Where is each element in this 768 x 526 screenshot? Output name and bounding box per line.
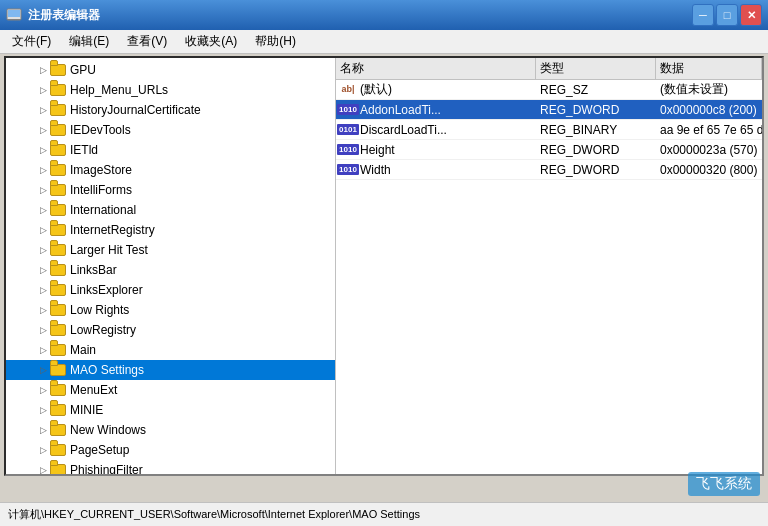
reg-type-icon: ab| [340,83,356,97]
expand-arrow-icon[interactable]: ▷ [38,145,48,155]
tree-item-label: International [70,203,136,217]
tree-item[interactable]: ▷LowRegistry [6,320,335,340]
tree-item[interactable]: ▷PageSetup [6,440,335,460]
tree-item-label: MAO Settings [70,363,144,377]
table-row[interactable]: ab|(默认)REG_SZ(数值未设置) [336,80,762,100]
tree-item-label: Low Rights [70,303,129,317]
menu-view[interactable]: 查看(V) [119,31,175,52]
cell-data: 0x00000320 (800) [656,160,762,179]
table-row[interactable]: 1010AddonLoadTi...REG_DWORD0x000000c8 (2… [336,100,762,120]
expand-arrow-icon[interactable]: ▷ [38,285,48,295]
tree-item-label: LinksExplorer [70,283,143,297]
expand-arrow-icon[interactable]: ▷ [38,205,48,215]
tree-item[interactable]: ▷MINIE [6,400,335,420]
maximize-button[interactable]: □ [716,4,738,26]
tree-item[interactable]: ▷InternetRegistry [6,220,335,240]
table-row[interactable]: 0101DiscardLoadTi...REG_BINARYaa 9e ef 6… [336,120,762,140]
reg-type-icon: 0101 [340,123,356,137]
folder-icon [50,143,66,157]
tree-item[interactable]: ▷New Windows [6,420,335,440]
folder-icon [50,263,66,277]
folder-icon [50,463,66,474]
expand-arrow-icon[interactable]: ▷ [38,265,48,275]
expand-arrow-icon[interactable]: ▷ [38,385,48,395]
tree-item-label: MenuExt [70,383,117,397]
tree-item[interactable]: ▷Larger Hit Test [6,240,335,260]
reg-type-icon: 1010 [340,103,356,117]
tree-item[interactable]: ▷PhishingFilter [6,460,335,474]
expand-arrow-icon[interactable]: ▷ [38,345,48,355]
status-text: 计算机\HKEY_CURRENT_USER\Software\Microsoft… [8,507,420,522]
expand-arrow-icon[interactable]: ▷ [38,305,48,315]
expand-arrow-icon[interactable]: ▷ [38,465,48,474]
cell-name-label: (默认) [360,81,392,98]
cell-name-label: Width [360,163,391,177]
tree-item[interactable]: ▷LinksExplorer [6,280,335,300]
cell-data: 0x000000c8 (200) [656,100,762,119]
tree-item-label: InternetRegistry [70,223,155,237]
tree-item[interactable]: ▷Low Rights [6,300,335,320]
expand-arrow-icon[interactable]: ▷ [38,225,48,235]
cell-type: REG_SZ [536,80,656,99]
folder-icon [50,83,66,97]
tree-item-label: HistoryJournalCertificate [70,103,201,117]
folder-icon [50,423,66,437]
menu-help[interactable]: 帮助(H) [247,31,304,52]
cell-name: 1010Width [336,160,536,179]
tree-scroll[interactable]: ▷GPU▷Help_Menu_URLs▷HistoryJournalCertif… [6,58,335,474]
folder-icon [50,243,66,257]
menu-edit[interactable]: 编辑(E) [61,31,117,52]
window-title: 注册表编辑器 [28,7,692,24]
tree-item[interactable]: ▷IETld [6,140,335,160]
tree-item[interactable]: ▷MenuExt [6,380,335,400]
tree-item[interactable]: ▷Main [6,340,335,360]
tree-item[interactable]: ▷HistoryJournalCertificate [6,100,335,120]
title-bar: 注册表编辑器 ─ □ ✕ [0,0,768,30]
folder-icon [50,283,66,297]
folder-icon [50,203,66,217]
menu-file[interactable]: 文件(F) [4,31,59,52]
folder-icon [50,103,66,117]
cell-data: 0x0000023a (570) [656,140,762,159]
tree-item[interactable]: ▷IntelliForms [6,180,335,200]
expand-arrow-icon[interactable]: ▷ [38,185,48,195]
cell-type: REG_BINARY [536,120,656,139]
close-button[interactable]: ✕ [740,4,762,26]
tree-item[interactable]: ▷GPU [6,60,335,80]
tree-item-label: LowRegistry [70,323,136,337]
expand-arrow-icon[interactable]: ▷ [38,365,48,375]
tree-item-label: IEDevTools [70,123,131,137]
table-row[interactable]: 1010HeightREG_DWORD0x0000023a (570) [336,140,762,160]
table-row[interactable]: 1010WidthREG_DWORD0x00000320 (800) [336,160,762,180]
col-header-type[interactable]: 类型 [536,58,656,79]
expand-arrow-icon[interactable]: ▷ [38,85,48,95]
cell-data: (数值未设置) [656,80,762,99]
tree-panel: ▷GPU▷Help_Menu_URLs▷HistoryJournalCertif… [6,58,336,474]
tree-item[interactable]: ▷ImageStore [6,160,335,180]
col-header-name[interactable]: 名称 [336,58,536,79]
tree-item[interactable]: ▷IEDevTools [6,120,335,140]
tree-item[interactable]: ▷LinksBar [6,260,335,280]
folder-icon [50,443,66,457]
tree-item[interactable]: ▷Help_Menu_URLs [6,80,335,100]
expand-arrow-icon[interactable]: ▷ [38,245,48,255]
expand-arrow-icon[interactable]: ▷ [38,405,48,415]
tree-item-label: Help_Menu_URLs [70,83,168,97]
cell-name-label: Height [360,143,395,157]
col-header-data[interactable]: 数据 [656,58,762,79]
expand-arrow-icon[interactable]: ▷ [38,105,48,115]
expand-arrow-icon[interactable]: ▷ [38,165,48,175]
tree-item-label: Main [70,343,96,357]
menu-favorites[interactable]: 收藏夹(A) [177,31,245,52]
expand-arrow-icon[interactable]: ▷ [38,325,48,335]
status-bar: 计算机\HKEY_CURRENT_USER\Software\Microsoft… [0,502,768,526]
cell-name: 1010AddonLoadTi... [336,100,536,119]
expand-arrow-icon[interactable]: ▷ [38,125,48,135]
minimize-button[interactable]: ─ [692,4,714,26]
expand-arrow-icon[interactable]: ▷ [38,445,48,455]
tree-item[interactable]: ▷MAO Settings [6,360,335,380]
table-body: ab|(默认)REG_SZ(数值未设置)1010AddonLoadTi...RE… [336,80,762,474]
expand-arrow-icon[interactable]: ▷ [38,65,48,75]
tree-item[interactable]: ▷International [6,200,335,220]
expand-arrow-icon[interactable]: ▷ [38,425,48,435]
